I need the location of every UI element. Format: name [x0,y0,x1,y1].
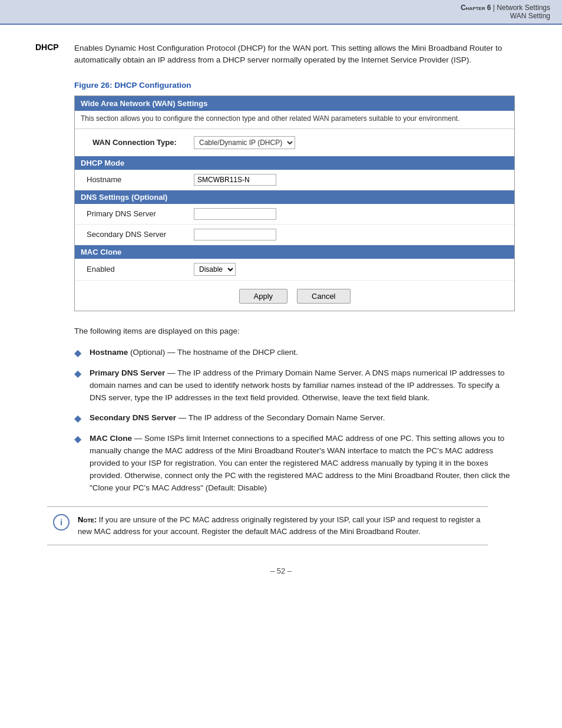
dhcp-description: Enables Dynamic Host Configuration Proto… [74,42,527,67]
wan-box-header: Wide Area Network (WAN) Settings [75,96,514,111]
secondary-dns-row: Secondary DNS Server [75,225,514,245]
bullet-text-primary-dns: Primary DNS Server — The IP address of t… [90,367,515,404]
note-box: i Note: If you are unsure of the PC MAC … [47,506,488,545]
bullet-text-mac-clone: MAC Clone — Some ISPs limit Internet con… [90,433,515,495]
bullet-item-secondary-dns: ◆ Secondary DNS Server — The IP address … [74,412,515,424]
note-body: If you are unsure of the PC MAC address … [78,515,481,536]
button-row: Apply Cancel [75,281,514,311]
subsection-label: WAN Setting [12,12,550,20]
apply-button[interactable]: Apply [239,289,288,304]
bullet-diamond-4: ◆ [74,433,84,444]
mac-clone-header: MAC Clone [75,245,514,259]
dhcp-term: DHCP [35,42,65,67]
bullet-item-mac-clone: ◆ MAC Clone — Some ISPs limit Internet c… [74,433,515,495]
bullet-hostname-strong: Hostname [90,348,128,357]
note-label: Note: [78,515,97,524]
wan-connection-type-select[interactable]: Cable/Dynamic IP (DHCP) [194,136,295,149]
bullet-text-secondary-dns: Secondary DNS Server — The IP address of… [90,412,385,424]
primary-dns-label: Primary DNS Server [87,209,187,218]
dhcp-mode-header: DHCP Mode [75,156,514,170]
hostname-row: Hostname [75,170,514,190]
secondary-dns-input[interactable] [194,229,276,241]
wan-settings-box: Wide Area Network (WAN) Settings This se… [74,95,515,311]
bullet-text-hostname: Hostname (Optional) — The hostname of th… [90,347,298,359]
mac-clone-enabled-select[interactable]: Disable [194,263,236,276]
chapter-label: Chapter 6 [461,4,491,12]
note-text: Note: If you are unsure of the PC MAC ad… [78,514,482,538]
enabled-label: Enabled [87,265,187,274]
page-header: Chapter 6 | Network Settings WAN Setting [0,0,562,25]
main-content: DHCP Enables Dynamic Host Configuration … [0,25,562,599]
secondary-dns-label: Secondary DNS Server [87,230,187,239]
bullet-list: ◆ Hostname (Optional) — The hostname of … [74,347,515,495]
bullet-item-primary-dns: ◆ Primary DNS Server — The IP address of… [74,367,515,404]
note-icon: i [53,514,70,531]
hostname-label: Hostname [87,175,187,184]
dns-settings-header: DNS Settings (Optional) [75,190,514,204]
figure-caption: Figure 26: DHCP Configuration [74,81,527,90]
wan-box-description: This section allows you to configure the… [75,111,514,129]
bullet-secondary-dns-strong: Secondary DNS Server [90,413,176,422]
bullet-primary-dns-strong: Primary DNS Server [90,368,165,377]
wan-connection-type-label: WAN Connection Type: [92,138,187,147]
bullet-diamond-3: ◆ [74,413,84,424]
dhcp-intro: DHCP Enables Dynamic Host Configuration … [35,42,527,67]
page-number: – 52 – [35,557,527,581]
wan-connection-row: WAN Connection Type: Cable/Dynamic IP (D… [75,129,514,156]
section-label: Network Settings [497,4,550,12]
bullet-mac-clone-strong: MAC Clone [90,434,132,443]
bullet-diamond-1: ◆ [74,347,84,358]
mac-clone-enabled-row: Enabled Disable [75,259,514,281]
bullet-diamond-2: ◆ [74,368,84,379]
primary-dns-input[interactable] [194,208,276,220]
cancel-button[interactable]: Cancel [297,289,350,304]
following-text: The following items are displayed on thi… [74,325,527,337]
hostname-input[interactable] [194,174,276,186]
primary-dns-row: Primary DNS Server [75,204,514,225]
bullet-item-hostname: ◆ Hostname (Optional) — The hostname of … [74,347,515,359]
